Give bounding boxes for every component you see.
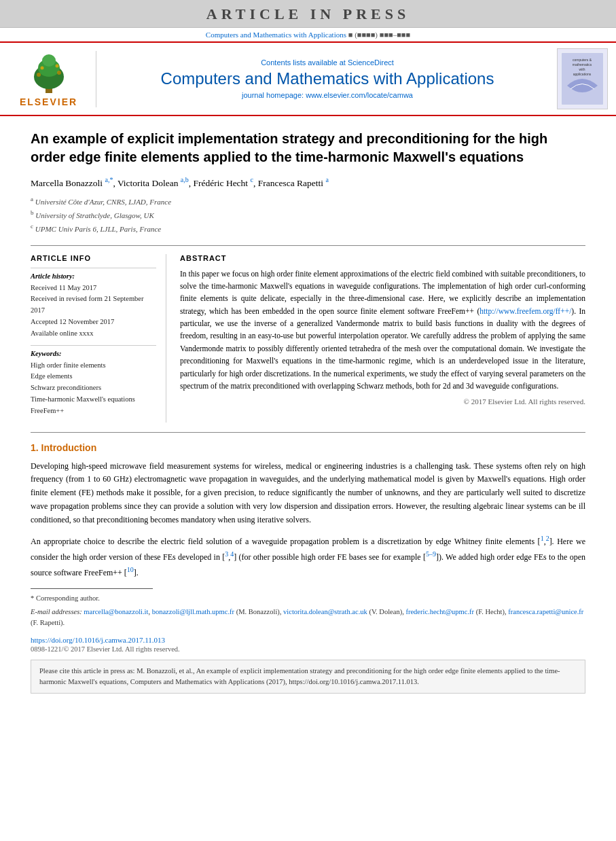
intro-para-1: Developing high-speed microwave field me… [31,460,585,527]
keyword-3: Schwarz preconditioners [31,382,156,394]
keyword-4: Time-harmonic Maxwell's equations [31,394,156,406]
svg-text:mathematics: mathematics [573,62,592,67]
ref-link-3[interactable]: 3 [225,550,228,558]
paper-title: An example of explicit implementation st… [31,130,585,166]
abstract-text: In this paper we focus on high order fin… [180,268,585,393]
contents-line: Contents lists available at ScienceDirec… [103,58,551,67]
keywords-block: Keywords: High order finite elements Edg… [31,345,156,417]
sciencedirect-link[interactable]: ScienceDirect [348,58,394,67]
ref-link-2[interactable]: 2 [546,535,549,542]
authors-line: Marcella Bonazzoli a,*, Victorita Dolean… [31,176,585,189]
ref-link-5-9[interactable]: 5–9 [426,550,436,558]
svg-point-4 [37,73,41,77]
article-info: ARTICLE INFO Article history: Received 1… [31,254,166,423]
corresponding-note: * Corresponding author. [31,593,585,605]
elsevier-label: ELSEVIER [20,96,77,107]
svg-text:applications: applications [573,72,592,76]
intro-para-2: An appropriate choice to describe the el… [31,533,585,579]
two-col-section: ARTICLE INFO Article history: Received 1… [31,245,585,423]
journal-link-bar: Computers and Mathematics with Applicati… [0,28,616,41]
email-note: E-mail addresses: marcella@bonazzoli.it,… [31,607,585,630]
ref-link-1[interactable]: 1 [541,535,544,542]
section-divider [31,432,585,433]
doi-link[interactable]: https://doi.org/10.1016/j.camwa.2017.11.… [31,636,165,644]
abstract-heading: ABSTRACT [180,254,585,262]
revised-date: Received in revised form 21 September 20… [31,293,156,317]
footnote-divider [31,588,153,589]
keyword-2: Edge elements [31,371,156,382]
svg-point-3 [42,54,56,67]
email-bonazzoli[interactable]: bonazzoli@ljll.math.upmc.fr [152,608,234,615]
elsevier-tree-icon [22,51,76,95]
ref-link-10[interactable]: 10 [127,566,134,573]
doi-section: https://doi.org/10.1016/j.camwa.2017.11.… [31,634,585,645]
history-title: Article history: [31,272,156,280]
doi-issn: 0898-1221/© 2017 Elsevier Ltd. All right… [31,645,585,653]
svg-point-6 [40,66,43,69]
svg-text:computers &: computers & [573,58,592,62]
cite-box: Please cite this article in press as: M.… [31,660,585,694]
email-marcella[interactable]: marcella@bonazzoli.it [84,608,148,615]
ref-link-4[interactable]: 4 [230,550,234,558]
affiliations: a Université Côte d'Azur, CNRS, LJAD, Fr… [31,194,585,236]
journal-cover-thumbnail: computers & mathematics with application… [557,48,608,109]
available-date: Available online xxxx [31,328,156,340]
journal-header: ELSEVIER Contents lists available at Sci… [0,41,616,116]
journal-main-title: Computers and Mathematics with Applicati… [103,69,551,88]
article-in-press-banner: ARTICLE IN PRESS [0,0,616,28]
svg-point-7 [55,64,58,67]
copyright-line: © 2017 Elsevier Ltd. All rights reserved… [180,397,585,406]
email-victorita[interactable]: victorita.dolean@strath.ac.uk [283,608,367,615]
freefem-link[interactable]: http://www.freefem.org/ff++/ [479,307,571,315]
intro-heading: 1. Introduction [31,442,585,453]
received-date: Received 11 May 2017 [31,283,156,294]
elsevier-logo: ELSEVIER [8,51,96,107]
journal-link-text: Computers and Mathematics with Applicati… [206,31,410,39]
abstract-section: ABSTRACT In this paper we focus on high … [180,254,585,423]
email-francesca[interactable]: francesca.rapetti@unice.fr [508,608,583,615]
keywords-title: Keywords: [31,350,156,357]
journal-homepage: journal homepage: www.elsevier.com/locat… [103,91,551,99]
email-frederic[interactable]: frederic.hecht@upmc.fr [405,608,474,615]
article-info-heading: ARTICLE INFO [31,254,156,262]
keyword-1: High order finite elements [31,360,156,372]
homepage-link[interactable]: www.elsevier.com/locate/camwa [306,91,413,99]
footnote-section: * Corresponding author. E-mail addresses… [31,593,585,629]
accepted-date: Accepted 12 November 2017 [31,317,156,328]
svg-point-5 [57,71,61,75]
svg-text:with: with [579,67,585,71]
history-block: Article history: Received 11 May 2017 Re… [31,268,156,340]
journal-title-area: Contents lists available at ScienceDirec… [103,58,551,99]
keyword-5: FreeFem++ [31,406,156,417]
main-content: An example of explicit implementation st… [0,116,616,700]
